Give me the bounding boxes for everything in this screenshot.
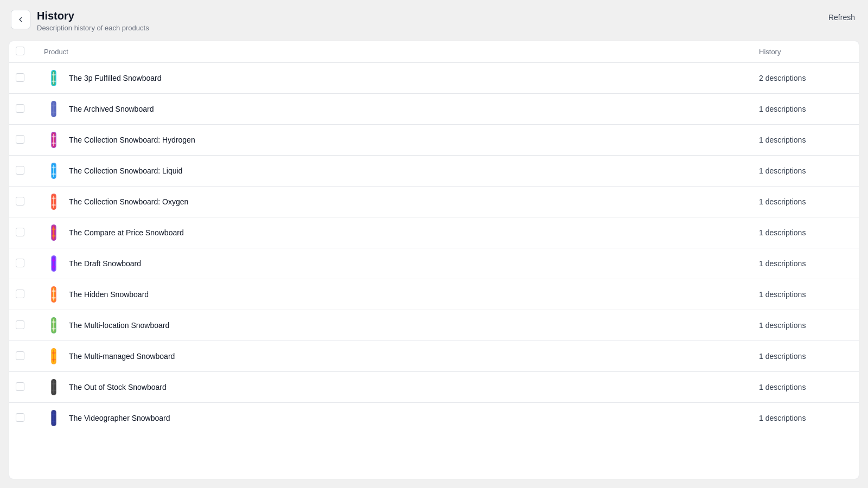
product-info: The Collection Snowboard: Liquid bbox=[44, 161, 742, 181]
svg-rect-12 bbox=[53, 134, 54, 146]
product-info: The Collection Snowboard: Oxygen bbox=[44, 192, 742, 211]
row-checkbox-cell-7 bbox=[9, 279, 35, 310]
refresh-button[interactable]: Refresh bbox=[826, 9, 857, 26]
product-thumbnail bbox=[44, 130, 63, 150]
product-name: The Hidden Snowboard bbox=[69, 290, 149, 299]
product-cell-1: The Archived Snowboard bbox=[35, 94, 750, 125]
product-cell-0: The 3p Fulfilled Snowboard bbox=[35, 63, 750, 94]
history-count: 1 descriptions bbox=[759, 197, 806, 206]
row-checkbox-cell-5 bbox=[9, 217, 35, 248]
svg-rect-8 bbox=[52, 105, 56, 106]
table-row: The Collection Snowboard: Oxygen1 descri… bbox=[9, 187, 859, 217]
history-column-header: History bbox=[750, 41, 859, 63]
product-info: The Out of Stock Snowboard bbox=[44, 377, 742, 397]
table-row: The Archived Snowboard1 descriptions bbox=[9, 94, 859, 125]
header-left: History Description history of each prod… bbox=[11, 9, 149, 32]
svg-rect-48 bbox=[52, 352, 56, 354]
history-count: 1 descriptions bbox=[759, 352, 806, 361]
row-checkbox-2[interactable] bbox=[16, 135, 24, 144]
product-cell-7: The Hidden Snowboard bbox=[35, 279, 750, 310]
history-cell-4: 1 descriptions bbox=[750, 187, 859, 217]
product-thumbnail bbox=[44, 316, 63, 335]
row-checkbox-cell-9 bbox=[9, 341, 35, 372]
table-row: The Hidden Snowboard1 descriptions bbox=[9, 279, 859, 310]
row-checkbox-11[interactable] bbox=[16, 413, 24, 422]
svg-rect-34 bbox=[52, 266, 56, 268]
row-checkbox-cell-4 bbox=[9, 187, 35, 217]
svg-rect-57 bbox=[53, 412, 54, 425]
product-cell-2: The Collection Snowboard: Hydrogen bbox=[35, 125, 750, 156]
table-row: The Videographer Snowboard1 descriptions bbox=[9, 403, 859, 434]
svg-rect-33 bbox=[52, 259, 56, 261]
product-cell-10: The Out of Stock Snowboard bbox=[35, 372, 750, 403]
history-count: 1 descriptions bbox=[759, 383, 806, 391]
svg-rect-3 bbox=[52, 74, 56, 75]
product-info: The Videographer Snowboard bbox=[44, 408, 742, 428]
page-subtitle: Description history of each products bbox=[37, 24, 149, 32]
table-row: The Draft Snowboard1 descriptions bbox=[9, 248, 859, 279]
svg-rect-13 bbox=[52, 136, 56, 137]
product-cell-5: The Compare at Price Snowboard bbox=[35, 217, 750, 248]
row-checkbox-7[interactable] bbox=[16, 290, 24, 298]
history-cell-0: 2 descriptions bbox=[750, 63, 859, 94]
product-name: The Compare at Price Snowboard bbox=[69, 228, 184, 237]
table-container: Product History The 3p Fulfilled Snowboa… bbox=[9, 41, 859, 479]
row-checkbox-10[interactable] bbox=[16, 382, 24, 391]
product-info: The 3p Fulfilled Snowboard bbox=[44, 68, 742, 88]
row-checkbox-cell-2 bbox=[9, 125, 35, 156]
product-thumbnail bbox=[44, 346, 63, 366]
svg-rect-14 bbox=[52, 143, 56, 144]
product-thumbnail bbox=[44, 285, 63, 304]
history-cell-8: 1 descriptions bbox=[750, 310, 859, 341]
product-name: The 3p Fulfilled Snowboard bbox=[69, 74, 161, 82]
svg-rect-2 bbox=[53, 72, 54, 85]
product-info: The Collection Snowboard: Hydrogen bbox=[44, 130, 742, 150]
row-checkbox-8[interactable] bbox=[16, 320, 24, 329]
svg-rect-4 bbox=[52, 81, 56, 82]
history-count: 1 descriptions bbox=[759, 259, 806, 268]
svg-rect-39 bbox=[52, 297, 56, 299]
svg-rect-44 bbox=[52, 328, 56, 330]
product-name: The Collection Snowboard: Oxygen bbox=[69, 197, 188, 206]
svg-rect-22 bbox=[53, 196, 54, 208]
product-info: The Draft Snowboard bbox=[44, 254, 742, 273]
product-cell-9: The Multi-managed Snowboard bbox=[35, 341, 750, 372]
product-cell-4: The Collection Snowboard: Oxygen bbox=[35, 187, 750, 217]
row-checkbox-1[interactable] bbox=[16, 104, 24, 113]
product-info: The Hidden Snowboard bbox=[44, 285, 742, 304]
svg-rect-37 bbox=[53, 288, 54, 301]
product-thumbnail bbox=[44, 408, 63, 428]
history-cell-9: 1 descriptions bbox=[750, 341, 859, 372]
history-cell-10: 1 descriptions bbox=[750, 372, 859, 403]
row-checkbox-6[interactable] bbox=[16, 259, 24, 267]
product-name: The Archived Snowboard bbox=[69, 105, 154, 113]
svg-rect-59 bbox=[52, 421, 56, 422]
row-checkbox-cell-3 bbox=[9, 156, 35, 187]
history-count: 1 descriptions bbox=[759, 166, 806, 175]
product-cell-11: The Videographer Snowboard bbox=[35, 403, 750, 434]
select-all-checkbox[interactable] bbox=[16, 47, 24, 55]
product-name: The Collection Snowboard: Liquid bbox=[69, 166, 182, 175]
history-count: 1 descriptions bbox=[759, 290, 806, 299]
product-name: The Draft Snowboard bbox=[69, 259, 141, 268]
row-checkbox-3[interactable] bbox=[16, 166, 24, 175]
row-checkbox-0[interactable] bbox=[16, 73, 24, 82]
row-checkbox-cell-8 bbox=[9, 310, 35, 341]
svg-rect-29 bbox=[52, 235, 56, 237]
page-title: History bbox=[37, 9, 149, 23]
history-cell-1: 1 descriptions bbox=[750, 94, 859, 125]
back-button[interactable] bbox=[11, 10, 30, 29]
product-info: The Multi-managed Snowboard bbox=[44, 346, 742, 366]
row-checkbox-5[interactable] bbox=[16, 228, 24, 236]
row-checkbox-4[interactable] bbox=[16, 197, 24, 206]
history-cell-5: 1 descriptions bbox=[750, 217, 859, 248]
row-checkbox-cell-0 bbox=[9, 63, 35, 94]
product-thumbnail bbox=[44, 161, 63, 181]
history-count: 1 descriptions bbox=[759, 136, 806, 144]
title-group: History Description history of each prod… bbox=[37, 9, 149, 32]
products-table: Product History The 3p Fulfilled Snowboa… bbox=[9, 41, 859, 433]
svg-rect-47 bbox=[53, 350, 54, 363]
product-thumbnail bbox=[44, 99, 63, 119]
row-checkbox-9[interactable] bbox=[16, 351, 24, 360]
product-name: The Out of Stock Snowboard bbox=[69, 383, 167, 391]
